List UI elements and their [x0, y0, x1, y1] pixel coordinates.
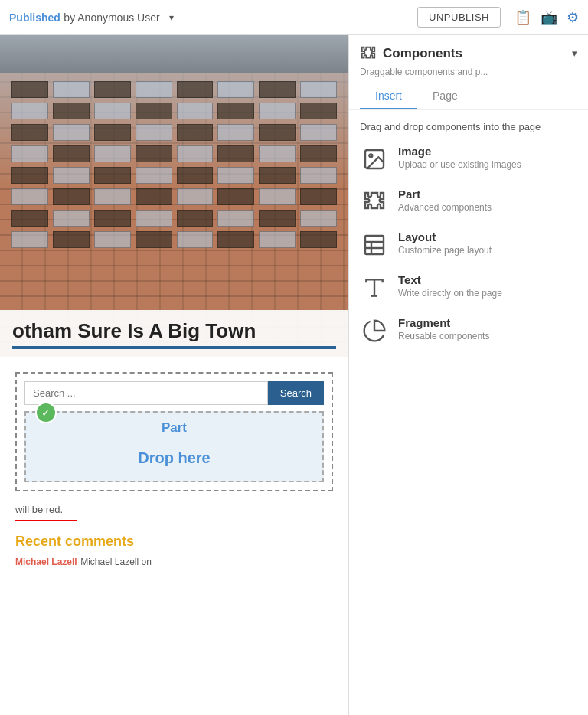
sidebar-title: Components: [383, 46, 566, 61]
drop-zone-container: Search ✓ Part Drop here: [15, 372, 333, 491]
component-name-image: Image: [398, 145, 577, 158]
sidebar-subtitle: Draggable components and p...: [360, 67, 577, 77]
search-input[interactable]: [24, 381, 268, 405]
component-name-fragment: Fragment: [398, 316, 577, 329]
component-name-part: Part: [398, 188, 577, 201]
component-info-layout: Layout Customize page layout: [398, 230, 577, 256]
layout-icon-wrap: [360, 230, 389, 260]
fragment-icon-wrap: [360, 316, 389, 345]
comment-text: Michael Lazell on: [80, 557, 152, 567]
component-name-text: Text: [398, 273, 577, 286]
part-drop-label: Part: [26, 413, 322, 439]
topbar-icon-group: 📋 📺 ⚙: [514, 9, 579, 26]
comment-row: Michael Lazell Michael Lazell on: [0, 553, 348, 570]
title-bar-blue: [12, 346, 336, 349]
svg-rect-2: [365, 236, 384, 254]
component-desc-fragment: Reusable components: [398, 331, 577, 341]
will-be-red-text: will be red.: [0, 499, 348, 520]
comment-author: Michael Lazell: [15, 557, 77, 567]
recent-comments-title: Recent comments: [0, 526, 348, 553]
component-item-part[interactable]: Part Advanced components: [360, 188, 577, 217]
component-item-text[interactable]: Text Write directly on the page: [360, 273, 577, 302]
component-desc-part: Advanced components: [398, 202, 577, 213]
building-image: otham Sure Is A Big Town: [0, 35, 348, 357]
tab-insert[interactable]: Insert: [360, 83, 417, 109]
sidebar-header: Components ▾ Draggable components and p.…: [349, 35, 588, 110]
main-area: otham Sure Is A Big Town Search ✓ Part D…: [0, 35, 588, 715]
sidebar-tabs: Insert Page: [360, 83, 577, 109]
sidebar-title-row: Components ▾: [360, 44, 577, 62]
sidebar: Components ▾ Draggable components and p.…: [348, 35, 588, 715]
gear-icon[interactable]: ⚙: [567, 9, 579, 26]
sidebar-body: Drag and drop components into the page I…: [349, 110, 588, 715]
component-info-text: Text Write directly on the page: [398, 273, 577, 299]
part-dropzone[interactable]: ✓ Part Drop here: [24, 411, 324, 482]
text-icon-wrap: [360, 273, 389, 302]
component-desc-image: Upload or use existing images: [398, 159, 577, 170]
published-status: Published by Anonymous User: [9, 11, 160, 24]
page-content: otham Sure Is A Big Town Search ✓ Part D…: [0, 35, 348, 715]
part-check-badge: ✓: [35, 402, 57, 423]
sidebar-puzzle-icon: [360, 44, 377, 62]
text-icon: [362, 276, 387, 300]
component-info-fragment: Fragment Reusable components: [398, 316, 577, 341]
part-icon: [362, 190, 387, 214]
building-bg: [0, 35, 348, 357]
component-desc-layout: Customize page layout: [398, 245, 577, 256]
layout-icon: [362, 233, 387, 257]
monitor-icon[interactable]: 📺: [541, 9, 557, 26]
page-title-overlay: otham Sure Is A Big Town: [0, 310, 348, 357]
component-item-image[interactable]: Image Upload or use existing images: [360, 145, 577, 174]
component-desc-text: Write directly on the page: [398, 288, 577, 299]
topbar-dropdown-arrow[interactable]: ▾: [169, 12, 174, 23]
search-button[interactable]: Search: [268, 381, 324, 405]
component-info-image: Image Upload or use existing images: [398, 145, 577, 170]
image-icon-wrap: [360, 145, 389, 174]
search-bar-row: Search: [24, 381, 324, 405]
clipboard-icon[interactable]: 📋: [514, 9, 531, 26]
page-title: otham Sure Is A Big Town: [12, 319, 336, 343]
component-item-layout[interactable]: Layout Customize page layout: [360, 230, 577, 260]
component-name-layout: Layout: [398, 230, 577, 243]
component-item-fragment[interactable]: Fragment Reusable components: [360, 316, 577, 345]
tab-page[interactable]: Page: [417, 83, 473, 109]
drag-hint: Drag and drop components into the page: [360, 121, 577, 132]
unpublish-button[interactable]: UNPUBLISH: [417, 7, 501, 28]
sidebar-dropdown-arrow[interactable]: ▾: [572, 47, 577, 59]
topbar: Published by Anonymous User ▾ UNPUBLISH …: [0, 0, 588, 35]
image-icon: [362, 147, 387, 171]
below-image: Search ✓ Part Drop here will be red. Rec…: [0, 357, 348, 577]
fragment-icon: [362, 318, 387, 343]
svg-point-1: [369, 154, 372, 157]
drop-here-label: Drop here: [26, 439, 322, 481]
red-line: [15, 520, 77, 521]
windows-grid: [8, 81, 341, 248]
component-info-part: Part Advanced components: [398, 188, 577, 213]
part-icon-wrap: [360, 188, 389, 217]
